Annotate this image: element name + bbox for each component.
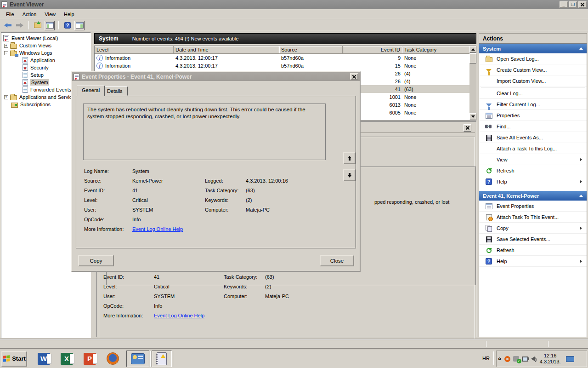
action-filter-current-log[interactable]: Filter Current Log...: [479, 99, 587, 110]
actions-title: Actions: [479, 34, 587, 44]
minimize-button[interactable]: _: [560, 1, 568, 8]
column-source[interactable]: Source: [279, 46, 343, 53]
table-row[interactable]: Information 4.3.2013. 12:00:17 b57nd60a …: [95, 62, 476, 69]
close-dialog-button[interactable]: Close: [320, 255, 354, 266]
event-description[interactable]: The system has rebooted without cleanly …: [83, 104, 326, 160]
actions-separator: [481, 87, 585, 87]
field-label: User:: [103, 293, 115, 299]
dialog-icon: [74, 74, 79, 80]
back-arrow-icon: [4, 23, 11, 28]
forward-button[interactable]: [15, 21, 25, 30]
scroll-thumb[interactable]: [469, 53, 476, 63]
column-level[interactable]: Level: [95, 46, 174, 53]
expand-icon[interactable]: +: [4, 44, 8, 48]
back-button[interactable]: [3, 21, 13, 30]
table-row[interactable]: Information 4.3.2013. 12:00:17 b57nd60a …: [95, 54, 476, 62]
scroll-up-icon: [471, 48, 475, 51]
actions-section-system[interactable]: System: [479, 44, 587, 53]
event-log-online-help-link[interactable]: Event Log Online Help: [154, 313, 204, 318]
action-save-selected-events[interactable]: Save Selected Events...: [479, 234, 587, 245]
start-label: Start: [12, 355, 26, 362]
collapse-section-icon[interactable]: [579, 47, 583, 50]
log-summary: Number of events: 494 (!) New events ava…: [132, 36, 239, 41]
taskbar-event-viewer-button[interactable]: [152, 351, 172, 367]
tray-clock[interactable]: 12:16 4.3.2013.: [537, 353, 563, 365]
tray-app-icon[interactable]: [504, 356, 510, 362]
tree-item-custom-views[interactable]: + Custom Views: [1, 42, 90, 49]
taskbar-firefox-button[interactable]: [102, 351, 123, 367]
menu-view[interactable]: View: [40, 10, 60, 18]
taskbar-powerpoint-button[interactable]: P: [79, 351, 100, 367]
menu-help[interactable]: Help: [60, 10, 79, 18]
action-save-all-events-as[interactable]: Save All Events As...: [479, 132, 587, 143]
show-hide-action-pane-button[interactable]: [74, 21, 85, 30]
action-help-submenu[interactable]: Help: [479, 176, 587, 187]
action-find[interactable]: Find...: [479, 121, 587, 132]
show-hide-console-tree-button[interactable]: [45, 21, 55, 30]
help-button[interactable]: [62, 21, 73, 30]
copy-button[interactable]: Copy: [78, 255, 114, 266]
taskbar-excel-button[interactable]: X: [57, 351, 77, 367]
field-value: (2): [246, 197, 252, 203]
tree-item-application[interactable]: Application: [1, 57, 90, 64]
action-copy-submenu[interactable]: Copy: [479, 223, 587, 234]
refresh-icon: [486, 168, 492, 173]
action-open-saved-log[interactable]: Open Saved Log...: [479, 53, 587, 64]
collapse-section-icon[interactable]: [579, 195, 583, 197]
action-view-submenu[interactable]: View: [479, 154, 587, 165]
taskbar-display-settings-button[interactable]: [126, 351, 149, 367]
action-clear-log[interactable]: Clear Log...: [479, 88, 587, 99]
field-label: Computer:: [224, 293, 247, 299]
up-one-level-button[interactable]: [33, 21, 43, 30]
action-refresh-event[interactable]: Refresh: [479, 245, 587, 256]
field-value: SYSTEM: [132, 207, 153, 213]
language-indicator[interactable]: HR: [482, 356, 490, 361]
show-hidden-icons-chevron[interactable]: «: [497, 357, 503, 361]
previous-event-button[interactable]: [343, 152, 356, 164]
action-create-custom-view[interactable]: Create Custom View...: [479, 64, 587, 75]
start-button[interactable]: Start: [1, 351, 27, 367]
next-event-button[interactable]: [343, 169, 356, 181]
expand-icon[interactable]: +: [4, 95, 8, 99]
action-import-custom-view[interactable]: Import Custom View...: [479, 75, 587, 86]
action-attach-task-to-log[interactable]: Attach a Task To this Log...: [479, 143, 587, 154]
menu-file[interactable]: File: [2, 10, 18, 18]
actions-section-event[interactable]: Event 41, Kernel-Power: [479, 191, 587, 201]
safely-remove-hardware-icon[interactable]: [513, 356, 519, 362]
action-event-properties[interactable]: Event Properties: [479, 201, 587, 212]
tree-item-security[interactable]: Security: [1, 64, 90, 71]
action-help-event-submenu[interactable]: Help: [479, 256, 587, 267]
menu-action[interactable]: Action: [18, 10, 41, 18]
tray-divider: [493, 351, 494, 365]
close-button[interactable]: [578, 1, 587, 8]
scroll-down-button[interactable]: [469, 113, 476, 120]
action-refresh[interactable]: Refresh: [479, 165, 587, 176]
tree-item-label: Windows Logs: [19, 50, 52, 56]
tree-item-root[interactable]: Event Viewer (Local): [1, 34, 90, 42]
restore-button[interactable]: ❐: [569, 1, 577, 8]
tree-root-label: Event Viewer (Local): [11, 35, 58, 41]
column-task-category[interactable]: Task Category: [402, 46, 470, 53]
field-value: SYSTEM: [154, 293, 175, 299]
action-properties[interactable]: Properties: [479, 110, 587, 121]
column-event-id[interactable]: Event ID: [343, 46, 402, 53]
copy-icon: [486, 225, 492, 231]
close-preview-button[interactable]: [464, 124, 471, 132]
show-desktop-button[interactable]: [566, 356, 574, 362]
collapse-icon[interactable]: -: [4, 51, 8, 55]
taskbar-word-button[interactable]: W: [34, 351, 54, 367]
scroll-up-button[interactable]: [469, 46, 476, 53]
column-date-time[interactable]: Date and Time: [174, 46, 279, 53]
events-scrollbar[interactable]: [469, 46, 476, 120]
dialog-close-button[interactable]: [350, 73, 358, 80]
action-attach-task-to-event[interactable]: Attach Task To This Event...: [479, 212, 587, 223]
volume-icon[interactable]: [531, 356, 535, 361]
tray-date: 4.3.2013.: [540, 359, 561, 364]
tab-general[interactable]: General: [77, 86, 105, 96]
tree-item-windows-logs[interactable]: - Windows Logs: [1, 49, 90, 57]
binoculars-icon: [485, 125, 492, 129]
tab-details[interactable]: Details: [102, 86, 128, 96]
field-label: Keywords:: [205, 197, 228, 203]
toolbar: [0, 20, 588, 31]
event-log-online-help-link[interactable]: Event Log Online Help: [132, 226, 183, 232]
